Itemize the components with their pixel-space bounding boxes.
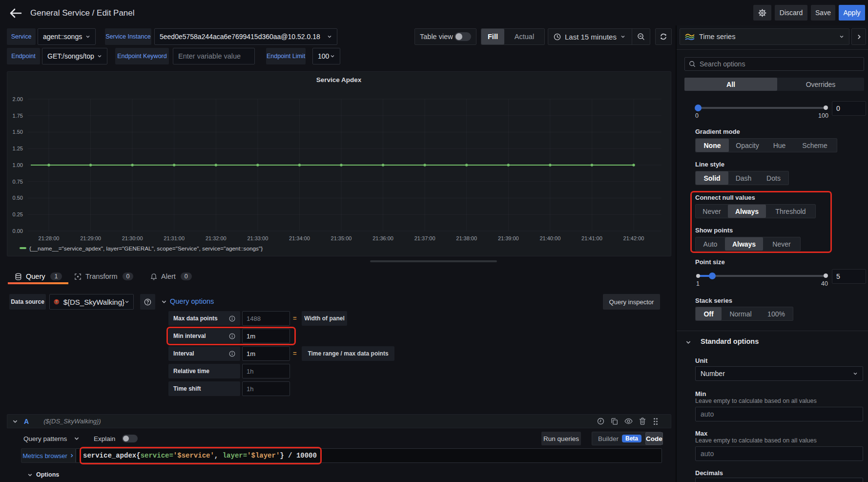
- svg-text:21:38:00: 21:38:00: [456, 235, 477, 241]
- svg-text:21:40:00: 21:40:00: [539, 235, 560, 241]
- svg-text:21:34:00: 21:34:00: [289, 235, 310, 241]
- svg-text:0.25: 0.25: [13, 211, 23, 217]
- svg-text:Service Apdex: Service Apdex: [316, 76, 362, 84]
- svg-text:21:35:00: 21:35:00: [331, 235, 352, 241]
- svg-text:21:42:00: 21:42:00: [623, 235, 644, 241]
- svg-text:1.25: 1.25: [13, 146, 23, 151]
- svg-text:21:32:00: 21:32:00: [206, 235, 227, 241]
- svg-text:0.50: 0.50: [13, 195, 23, 201]
- svg-text:0.75: 0.75: [13, 179, 23, 185]
- svg-text:21:30:00: 21:30:00: [122, 235, 143, 241]
- svg-text:2.00: 2.00: [13, 96, 23, 102]
- svg-text:21:39:00: 21:39:00: [498, 235, 519, 241]
- svg-text:{__name__="service_apdex", lay: {__name__="service_apdex", layer="GENERA…: [29, 245, 263, 252]
- svg-text:21:37:00: 21:37:00: [414, 235, 435, 241]
- svg-text:1.50: 1.50: [13, 129, 23, 135]
- svg-text:21:29:00: 21:29:00: [80, 235, 101, 241]
- svg-text:21:28:00: 21:28:00: [39, 235, 60, 241]
- svg-text:21:33:00: 21:33:00: [247, 235, 268, 241]
- svg-text:21:31:00: 21:31:00: [164, 235, 185, 241]
- svg-text:1.75: 1.75: [13, 113, 23, 119]
- svg-text:1.00: 1.00: [13, 162, 23, 168]
- svg-text:0.00: 0.00: [13, 228, 23, 234]
- svg-text:21:41:00: 21:41:00: [581, 235, 602, 241]
- svg-text:21:36:00: 21:36:00: [372, 235, 393, 241]
